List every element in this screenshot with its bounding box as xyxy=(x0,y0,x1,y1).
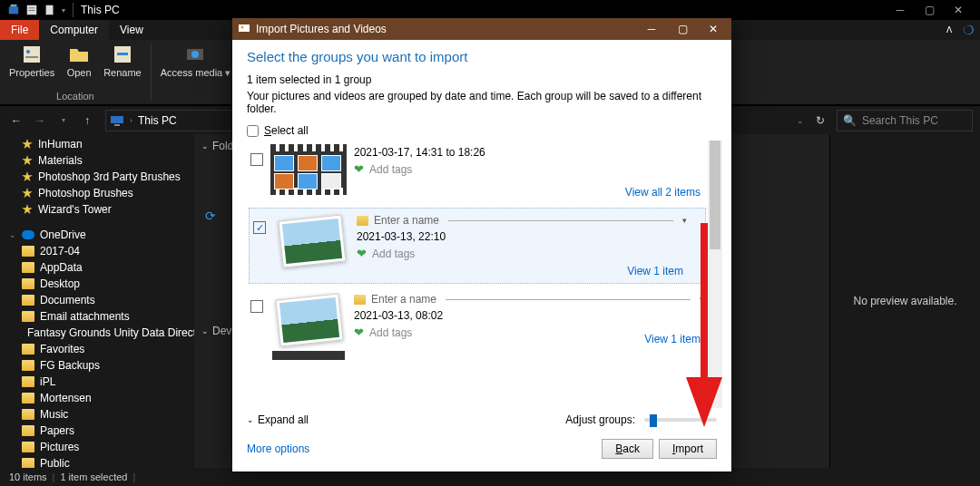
select-all-checkbox[interactable] xyxy=(247,125,259,137)
back-button[interactable]: Back xyxy=(602,439,653,459)
tree-item: Materials xyxy=(0,152,194,169)
properties-button[interactable]: Properties xyxy=(5,42,58,89)
search-input[interactable]: 🔍 Search This PC xyxy=(837,110,973,131)
ribbon-collapse-icon[interactable]: ᐱ xyxy=(943,24,956,36)
tags-field[interactable]: Add tags xyxy=(372,248,415,260)
view-all-link[interactable]: View 1 item xyxy=(627,265,683,277)
search-icon: 🔍 xyxy=(843,114,857,127)
tree-item: Documents xyxy=(0,292,194,308)
nav-forward-button[interactable]: → xyxy=(31,112,49,130)
pc-icon xyxy=(110,113,124,128)
dialog-heading: Select the groups you want to import xyxy=(247,49,717,64)
tag-icon: ❤ xyxy=(354,162,364,176)
status-count: 10 items xyxy=(9,471,47,482)
dialog-minimize-button[interactable]: ─ xyxy=(639,20,664,38)
group-date: 2021-03-13, 08:02 xyxy=(354,309,704,322)
svg-rect-6 xyxy=(24,46,40,63)
star-icon xyxy=(22,188,33,199)
tree-item: Email attachments xyxy=(0,308,194,325)
dialog-group-list: 2021-03-17, 14:31 to 18:26 ❤Add tags Vie… xyxy=(247,141,722,408)
tree-item: InHuman xyxy=(0,136,194,152)
refresh-icon[interactable]: ⟳ xyxy=(205,209,216,223)
ribbon-group-location-label: Location xyxy=(5,89,145,104)
refresh-button[interactable]: ↻ xyxy=(809,110,831,131)
folder-icon xyxy=(354,295,366,305)
titlebar: ▾ This PC ─ ▢ ✕ xyxy=(0,0,980,20)
status-selected: 1 item selected xyxy=(60,471,127,482)
group-thumbnail xyxy=(273,212,349,268)
qat-dropdown-icon[interactable]: ▾ xyxy=(62,6,65,15)
search-placeholder: Search This PC xyxy=(862,114,938,127)
maximize-button[interactable]: ▢ xyxy=(915,0,944,20)
app-icon xyxy=(7,4,20,16)
svg-rect-1 xyxy=(11,5,17,7)
more-options-link[interactable]: More options xyxy=(247,442,309,455)
import-group[interactable]: 2021-03-17, 14:31 to 18:26 ❤Add tags Vie… xyxy=(247,141,722,204)
svg-point-12 xyxy=(191,51,199,58)
adjust-groups-label: Adjust groups: xyxy=(565,413,635,426)
window-title: This PC xyxy=(81,4,120,16)
nav-back-button[interactable]: ← xyxy=(7,112,25,130)
star-icon xyxy=(22,155,33,166)
dialog-maximize-button[interactable]: ▢ xyxy=(670,20,695,38)
star-icon xyxy=(22,204,33,215)
group-thumbnail xyxy=(270,144,347,200)
group-date: 2021-03-13, 22:10 xyxy=(357,230,687,243)
view-all-link[interactable]: View 1 item xyxy=(644,333,701,345)
tree-item: Fantasy Grounds Unity Data Directory xyxy=(0,325,194,341)
import-button[interactable]: Import xyxy=(659,439,717,459)
expand-all-button[interactable]: ⌄Expand all xyxy=(247,413,309,426)
rename-button[interactable]: Rename xyxy=(100,42,145,89)
access-media-button[interactable]: Access media ▾ xyxy=(157,42,235,89)
tree-item: Wizard's Tower xyxy=(0,201,194,218)
tags-field[interactable]: Add tags xyxy=(369,326,412,339)
group-thumbnail xyxy=(270,291,347,347)
group-checkbox[interactable]: ✓ xyxy=(253,221,266,234)
help-icon[interactable]: ❍ xyxy=(963,23,975,37)
tab-computer[interactable]: Computer xyxy=(39,20,109,40)
svg-rect-20 xyxy=(239,24,250,32)
tree-item: Papers xyxy=(0,423,194,439)
tree-item: iPL xyxy=(0,374,194,390)
minimize-button[interactable]: ─ xyxy=(886,0,915,20)
group-name-input[interactable]: Enter a name xyxy=(371,293,436,306)
preview-text: No preview available. xyxy=(853,295,956,307)
nav-tree[interactable]: InHuman Materials Photoshop 3rd Party Br… xyxy=(0,134,194,468)
address-dropdown-icon[interactable]: ⌄ xyxy=(797,116,804,125)
dialog-close-button[interactable]: ✕ xyxy=(701,20,726,38)
nav-up-button[interactable]: ↑ xyxy=(78,112,96,130)
tab-view[interactable]: View xyxy=(109,20,154,40)
close-button[interactable]: ✕ xyxy=(944,0,973,20)
star-icon xyxy=(22,139,33,150)
chevron-down-icon[interactable]: ▾ xyxy=(700,295,704,304)
tab-file[interactable]: File xyxy=(0,20,39,40)
tag-icon: ❤ xyxy=(357,247,367,260)
import-group[interactable]: Enter a name▾ 2021-03-13, 08:02 ❤Add tag… xyxy=(247,287,722,351)
tree-item-onedrive[interactable]: ⌄OneDrive xyxy=(0,227,194,243)
tree-item: Public xyxy=(0,455,194,468)
import-group-partial xyxy=(247,351,722,362)
cloud-icon xyxy=(22,230,34,239)
qat-properties-icon[interactable] xyxy=(25,4,38,16)
group-checkbox[interactable] xyxy=(250,153,263,166)
open-button[interactable]: Open xyxy=(60,42,98,89)
qat-new-icon[interactable] xyxy=(44,4,56,16)
group-name-input[interactable]: Enter a name xyxy=(374,214,439,227)
nav-history-button[interactable]: ▾ xyxy=(54,112,73,130)
tree-item: Music xyxy=(0,406,194,423)
svg-point-21 xyxy=(241,25,244,28)
tree-item: Mortensen xyxy=(0,390,194,406)
tree-item: Photoshop 3rd Party Brushes xyxy=(0,169,194,185)
select-all-label[interactable]: SSelect allelect all xyxy=(264,124,309,137)
group-checkbox[interactable] xyxy=(250,300,263,313)
svg-rect-19 xyxy=(114,124,120,126)
svg-rect-8 xyxy=(25,56,38,58)
adjust-groups-slider[interactable] xyxy=(644,418,717,422)
view-all-link[interactable]: View all 2 items xyxy=(625,186,701,199)
import-group[interactable]: ✓ Enter a name▾ 2021-03-13, 22:10 ❤Add t… xyxy=(249,208,706,284)
tags-field[interactable]: Add tags xyxy=(369,163,412,176)
svg-rect-4 xyxy=(29,10,35,11)
dialog-titlebar[interactable]: Import Pictures and Videos ─ ▢ ✕ xyxy=(232,18,731,40)
svg-rect-3 xyxy=(29,7,35,8)
chevron-down-icon[interactable]: ▾ xyxy=(682,216,687,225)
